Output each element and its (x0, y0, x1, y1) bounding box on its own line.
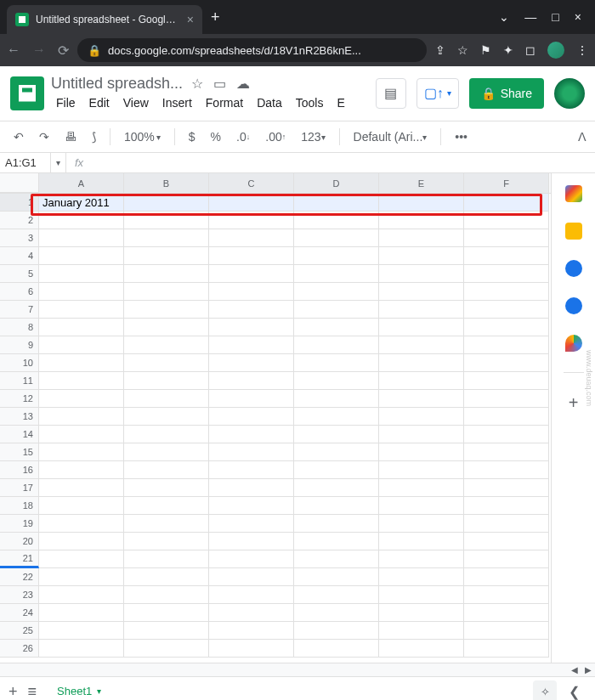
cell[interactable] (124, 550, 209, 568)
cell[interactable] (124, 443, 209, 461)
cell[interactable] (39, 426, 124, 443)
forward-icon[interactable]: → (32, 42, 46, 59)
print-icon[interactable]: 🖶 (60, 127, 82, 147)
row-header[interactable]: 8 (0, 319, 39, 336)
cell[interactable] (124, 515, 209, 533)
cell[interactable] (209, 212, 294, 229)
cell[interactable] (124, 479, 209, 497)
cell[interactable] (39, 283, 124, 301)
cell[interactable] (294, 212, 379, 229)
cell[interactable] (379, 443, 464, 461)
horizontal-scrollbar[interactable]: ◀ ▶ (0, 663, 595, 676)
maps-icon[interactable] (565, 335, 582, 352)
cell[interactable] (379, 622, 464, 640)
row-header[interactable]: 11 (0, 372, 39, 390)
star-doc-icon[interactable]: ☆ (191, 76, 203, 92)
cell[interactable] (209, 586, 294, 604)
cell[interactable] (464, 426, 549, 443)
cell[interactable] (39, 229, 124, 247)
undo-icon[interactable]: ↶ (8, 127, 29, 147)
cell[interactable] (39, 265, 124, 283)
cell[interactable] (294, 229, 379, 247)
cell[interactable] (39, 212, 124, 229)
col-header-b[interactable]: B (124, 173, 209, 193)
cell[interactable] (209, 229, 294, 247)
sheet-tab-1[interactable]: Sheet1 ▾ (47, 678, 111, 700)
share-button[interactable]: 🔒 Share (469, 78, 544, 109)
row-header[interactable]: 4 (0, 247, 39, 265)
all-sheets-button[interactable]: ≡ (28, 683, 37, 700)
menu-tools[interactable]: Tools (291, 94, 329, 111)
cell[interactable] (39, 319, 124, 336)
cell[interactable] (209, 194, 294, 212)
cell[interactable] (124, 497, 209, 515)
name-box[interactable]: A1:G1 (0, 153, 51, 172)
cell[interactable] (124, 372, 209, 390)
tab-overview-icon[interactable]: ◻ (525, 43, 536, 57)
cell[interactable] (379, 640, 464, 658)
cell[interactable] (379, 586, 464, 604)
cell[interactable] (294, 194, 379, 212)
cell[interactable] (294, 372, 379, 390)
cell[interactable] (39, 354, 124, 372)
cell[interactable] (464, 533, 549, 550)
cell[interactable] (379, 336, 464, 354)
row-header[interactable]: 12 (0, 390, 39, 408)
scroll-right-icon[interactable]: ▶ (581, 665, 595, 675)
cell[interactable] (39, 497, 124, 515)
close-tab-icon[interactable]: × (187, 13, 194, 26)
tasks-icon[interactable] (565, 260, 582, 277)
browser-menu-icon[interactable]: ⋮ (576, 43, 588, 57)
cell[interactable] (124, 461, 209, 479)
cell[interactable] (464, 283, 549, 301)
currency-button[interactable]: $ (184, 127, 201, 147)
row-header[interactable]: 23 (0, 586, 39, 604)
number-format-button[interactable]: 123▾ (296, 127, 330, 147)
cell[interactable] (379, 497, 464, 515)
cell[interactable] (379, 372, 464, 390)
cell[interactable] (294, 568, 379, 586)
cell[interactable] (39, 586, 124, 604)
cell[interactable] (294, 515, 379, 533)
cell[interactable] (294, 479, 379, 497)
cell[interactable] (464, 212, 549, 229)
cell[interactable] (464, 390, 549, 408)
cell[interactable] (294, 497, 379, 515)
row-header[interactable]: 6 (0, 283, 39, 301)
cell[interactable] (294, 265, 379, 283)
increase-decimal-button[interactable]: .00↑ (260, 127, 291, 147)
cell[interactable] (209, 461, 294, 479)
row-header[interactable]: 21 (0, 550, 39, 568)
cell[interactable] (209, 372, 294, 390)
cell[interactable] (294, 586, 379, 604)
sheet-tab-menu-icon[interactable]: ▾ (97, 686, 101, 696)
cell[interactable] (294, 319, 379, 336)
row-header[interactable]: 26 (0, 640, 39, 658)
select-all-corner[interactable] (0, 173, 39, 193)
cell[interactable] (39, 604, 124, 622)
url-box[interactable]: 🔒 docs.google.com/spreadsheets/d/18V1nR2… (77, 38, 427, 62)
row-header[interactable]: 3 (0, 229, 39, 247)
row-header[interactable]: 24 (0, 604, 39, 622)
cell[interactable] (294, 336, 379, 354)
meet-button[interactable]: ▢↑ ▾ (416, 78, 459, 109)
cell[interactable] (124, 319, 209, 336)
cell[interactable] (464, 479, 549, 497)
cell[interactable] (124, 354, 209, 372)
cell[interactable] (464, 568, 549, 586)
close-window-icon[interactable]: × (575, 10, 581, 24)
back-icon[interactable]: ← (7, 42, 20, 59)
cell[interactable] (379, 212, 464, 229)
add-sheet-button[interactable]: + (8, 683, 18, 700)
cell[interactable] (209, 479, 294, 497)
cell[interactable] (209, 640, 294, 658)
cell[interactable] (379, 426, 464, 443)
cell[interactable] (209, 515, 294, 533)
cell[interactable] (464, 622, 549, 640)
cell[interactable] (379, 479, 464, 497)
move-doc-icon[interactable]: ▭ (213, 76, 226, 92)
cell[interactable] (294, 604, 379, 622)
row-header[interactable]: 5 (0, 265, 39, 283)
cell[interactable] (39, 247, 124, 265)
doc-title[interactable]: Untitled spreadsh... (51, 75, 183, 93)
